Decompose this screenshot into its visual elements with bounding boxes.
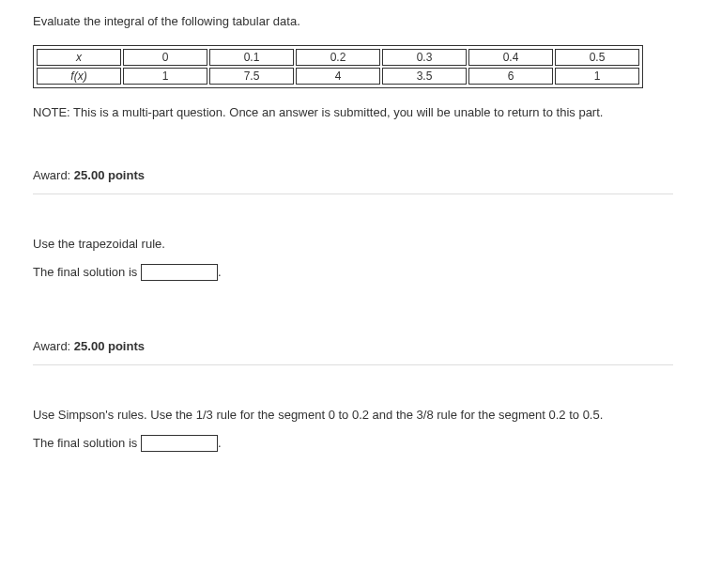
question-note: NOTE: This is a multi-part question. Onc… [33, 105, 673, 119]
table-cell: 0.1 [209, 49, 294, 66]
table-cell: 6 [468, 68, 553, 85]
table-cell: 0.3 [382, 49, 467, 66]
solution-suffix: . [218, 436, 222, 450]
part-instruction: Use Simpson's rules. Use the 1/3 rule fo… [33, 408, 673, 422]
row-header: x [37, 49, 121, 66]
award-label: Award: [33, 168, 74, 182]
table-cell: 3.5 [382, 68, 467, 85]
solution-suffix: . [218, 265, 222, 279]
solution-prefix: The final solution is [33, 265, 141, 279]
award-bar: Award: 25.00 points [33, 328, 673, 365]
solution-line: The final solution is . [33, 435, 673, 452]
question-prompt: Evaluate the integral of the following t… [33, 14, 673, 28]
table-cell: 1 [123, 68, 207, 85]
table-cell: 0.2 [296, 49, 380, 66]
table-cell: 1 [555, 68, 639, 85]
award-points: 25.00 points [74, 339, 145, 353]
award-label: Award: [33, 339, 74, 353]
table-cell: 0 [123, 49, 207, 66]
table-cell: 0.4 [468, 49, 553, 66]
table-cell: 0.5 [555, 49, 639, 66]
award-points: 25.00 points [74, 168, 145, 182]
part-instruction: Use the trapezoidal rule. [33, 237, 673, 251]
table-row: f(x) 1 7.5 4 3.5 6 1 [37, 68, 639, 85]
data-table: x 0 0.1 0.2 0.3 0.4 0.5 f(x) 1 7.5 4 3.5… [33, 45, 643, 88]
row-header: f(x) [37, 68, 121, 85]
solution-prefix: The final solution is [33, 436, 141, 450]
answer-input[interactable] [141, 435, 218, 452]
award-bar: Award: 25.00 points [33, 157, 673, 194]
answer-input[interactable] [141, 264, 218, 281]
solution-line: The final solution is . [33, 264, 673, 281]
table-row: x 0 0.1 0.2 0.3 0.4 0.5 [37, 49, 639, 66]
table-cell: 7.5 [209, 68, 294, 85]
table-cell: 4 [296, 68, 380, 85]
